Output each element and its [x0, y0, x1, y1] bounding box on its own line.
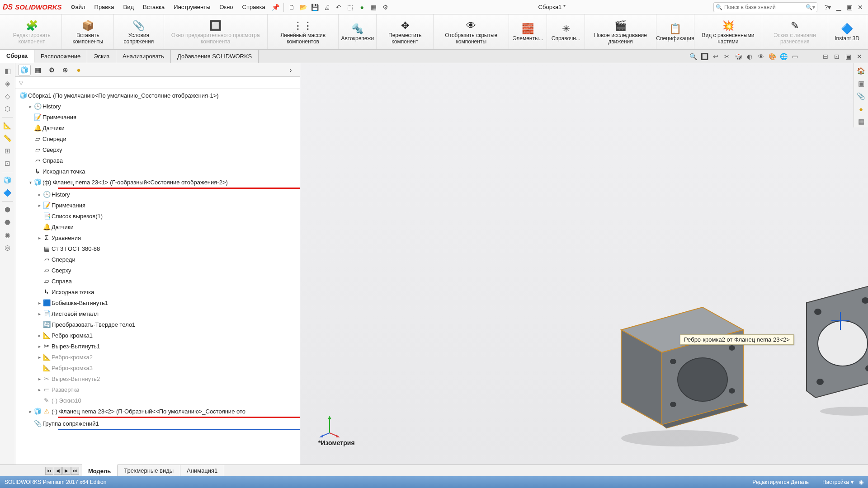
rail-appearance-icon[interactable]: ● [855, 103, 867, 115]
rail-icon-13[interactable]: ◉ [2, 229, 14, 241]
zoom-fit-icon[interactable]: 🔍 [688, 52, 698, 61]
tree-p1-origin[interactable]: ↳Исходная точка [17, 286, 300, 297]
rail-icon-3[interactable]: ◇ [2, 90, 14, 102]
expand-icon[interactable]: ▸ [36, 344, 42, 349]
expand-icon[interactable]: ▸ [36, 333, 42, 338]
close-icon[interactable]: ✕ [855, 2, 865, 12]
rail-icon-9[interactable]: 🧊 [2, 174, 14, 186]
select-icon[interactable]: ⬚ [345, 2, 355, 12]
prev-view-icon[interactable]: ↩ [711, 52, 721, 61]
menu-window[interactable]: Окно [216, 2, 236, 12]
save-icon[interactable]: 💾 [310, 2, 320, 12]
settings-icon[interactable]: ⚙ [381, 2, 391, 12]
tree-p1-material[interactable]: ▤Ст 3 ГОСТ 380-88 [17, 243, 300, 254]
tree-front-plane[interactable]: ▱Спереди [17, 133, 300, 144]
open-icon[interactable]: 📂 [298, 2, 308, 12]
expand-icon[interactable]: ▸ [36, 376, 42, 381]
part-l-bracket[interactable] [612, 303, 752, 447]
tree-tab-property-icon[interactable]: ▦ [32, 65, 44, 75]
search-box[interactable]: 🔍 🔍▾ [713, 2, 817, 12]
tree-mates[interactable]: 📎Группа сопряжений1 [17, 418, 300, 429]
ribbon-reference[interactable]: ✳Справочн... [547, 14, 585, 49]
ribbon-features[interactable]: 🧱Элементы... [509, 14, 547, 49]
expand-icon[interactable]: ▸ [36, 203, 42, 208]
tree-p1-top[interactable]: ▱Сверху [17, 265, 300, 276]
tab-nav-next[interactable]: ▶ [62, 467, 71, 475]
rail-icon-2[interactable]: ◈ [2, 78, 14, 89]
viewport-max-icon[interactable]: ⊡ [832, 52, 842, 61]
ribbon-explode-sketch[interactable]: ✎Эскиз с линиями разнесения [762, 14, 828, 49]
tree-p1-cut2[interactable]: ▸✂Вырез-Вытянуть2 [17, 373, 300, 384]
tree-tab-config-icon[interactable]: ⚙ [45, 65, 58, 75]
tree-part1[interactable]: ▾🧊(ф) Фланец nema 23<1> (Г-ообразный<Сос… [17, 177, 300, 188]
tree-sensors[interactable]: 🔔Датчики [17, 122, 300, 133]
ribbon-show-hidden[interactable]: 👁Отобразить скрытые компоненты [434, 14, 509, 49]
rail-home-icon[interactable]: 🏠 [855, 65, 867, 77]
zoom-area-icon[interactable]: 🔲 [699, 52, 709, 61]
expand-icon[interactable]: ▸ [36, 192, 42, 197]
appearance-icon[interactable]: 🎨 [767, 52, 777, 61]
section-view-icon[interactable]: ✂ [722, 52, 732, 61]
rebuild-icon[interactable]: ● [357, 2, 367, 12]
scene-icon[interactable]: 🌐 [778, 52, 788, 61]
rail-icon-5[interactable]: 📐 [2, 120, 14, 131]
tree-p1-equations[interactable]: ▸ΣУравнения [17, 232, 300, 243]
tree-p1-annotations[interactable]: ▸📝Примечания [17, 200, 300, 211]
tree-top-plane[interactable]: ▱Сверху [17, 144, 300, 155]
tree-p1-sketch10[interactable]: ✎(-) Эскиз10 [17, 395, 300, 406]
rail-icon-14[interactable]: ◎ [2, 242, 14, 253]
menu-edit[interactable]: Правка [91, 2, 118, 12]
ribbon-mate[interactable]: 📎Условия сопряжения [114, 14, 164, 49]
part-flat-flange[interactable] [793, 285, 868, 420]
pushpin-icon[interactable]: 📌 [271, 2, 281, 12]
tree-p1-cut1[interactable]: ▸✂Вырез-Вытянуть1 [17, 341, 300, 352]
bottom-tab-3dviews[interactable]: Трехмерные виды [118, 465, 180, 476]
rail-clip-icon[interactable]: 📎 [855, 90, 867, 102]
ribbon-preview-window[interactable]: 🔲Окно предварительного просмотра компоне… [164, 14, 268, 49]
tab-nav-prev[interactable]: ◀ [54, 467, 62, 475]
expand-icon[interactable]: ▸ [27, 104, 33, 109]
tab-nav-first[interactable]: ⏮ [45, 467, 53, 475]
rail-custom-icon[interactable]: ▦ [855, 116, 867, 127]
ribbon-smart-fasteners[interactable]: 🔩Автокрепежи [339, 14, 377, 49]
tree-part2[interactable]: ▸🧊⚠(-) Фланец nema 23<2> (П-Образный<<По… [17, 406, 300, 417]
viewport-restore-icon[interactable]: ▣ [843, 52, 853, 61]
menu-tools[interactable]: Инструменты [170, 2, 214, 12]
bottom-tab-model[interactable]: Модель [82, 465, 118, 476]
tree-p1-cutlist[interactable]: 📑Список вырезов(1) [17, 211, 300, 221]
minimize-icon[interactable]: ▁ [834, 2, 844, 12]
rail-icon-1[interactable]: ◧ [2, 65, 14, 77]
tree-root[interactable]: 🧊Сборка1 (По умолчанию<По умолчанию_Сост… [17, 90, 300, 101]
collapse-icon[interactable]: ▾ [27, 180, 33, 185]
rollback-bar[interactable] [58, 429, 300, 430]
tree-origin[interactable]: ↳Исходная точка [17, 166, 300, 177]
new-icon[interactable]: 🗋 [287, 2, 297, 12]
tree-tab-expand-icon[interactable]: › [284, 65, 297, 75]
undo-icon[interactable]: ↶ [334, 2, 344, 12]
ribbon-linear-pattern[interactable]: ⋮⋮Линейный массив компонентов [268, 14, 339, 49]
display-style-icon[interactable]: ◐ [745, 52, 755, 61]
tree-right-plane[interactable]: ▱Справа [17, 155, 300, 166]
tree-tab-feature-icon[interactable]: 🧊 [18, 65, 31, 75]
menu-view[interactable]: Вид [119, 2, 137, 12]
tree-p1-right[interactable]: ▱Справа [17, 276, 300, 286]
ribbon-exploded-view[interactable]: 💥Вид с разнесенными частями [694, 14, 762, 49]
tree-p1-sensors[interactable]: 🔔Датчики [17, 221, 300, 232]
status-custom[interactable]: Настройка [822, 479, 849, 485]
tab-addins[interactable]: Добавления SOLIDWORKS [171, 50, 259, 63]
tree-tab-appearance-icon[interactable]: ● [72, 65, 85, 75]
tree-p1-convert[interactable]: 🔄Преобразовать-Твердое тело1 [17, 319, 300, 330]
rail-icon-10[interactable]: 🔷 [2, 187, 14, 199]
ribbon-insert-components[interactable]: 📦Вставить компоненты [62, 14, 114, 49]
tree-filter[interactable]: ▽ [15, 77, 300, 89]
menu-insert[interactable]: Вставка [139, 2, 168, 12]
expand-icon[interactable]: ▸ [36, 355, 42, 360]
tree-history[interactable]: ▸🕓History [17, 101, 300, 112]
ribbon-bom[interactable]: 📋Спецификация [656, 14, 695, 49]
ribbon-move-component[interactable]: ✥Переместить компонент [377, 14, 434, 49]
tab-layout[interactable]: Расположение [34, 50, 87, 63]
tree-p1-history[interactable]: ▸🕓History [17, 189, 300, 200]
tree-p1-front[interactable]: ▱Спереди [17, 254, 300, 265]
rail-icon-4[interactable]: ⬡ [2, 103, 14, 115]
bottom-tab-animation[interactable]: Анимация1 [180, 465, 224, 476]
